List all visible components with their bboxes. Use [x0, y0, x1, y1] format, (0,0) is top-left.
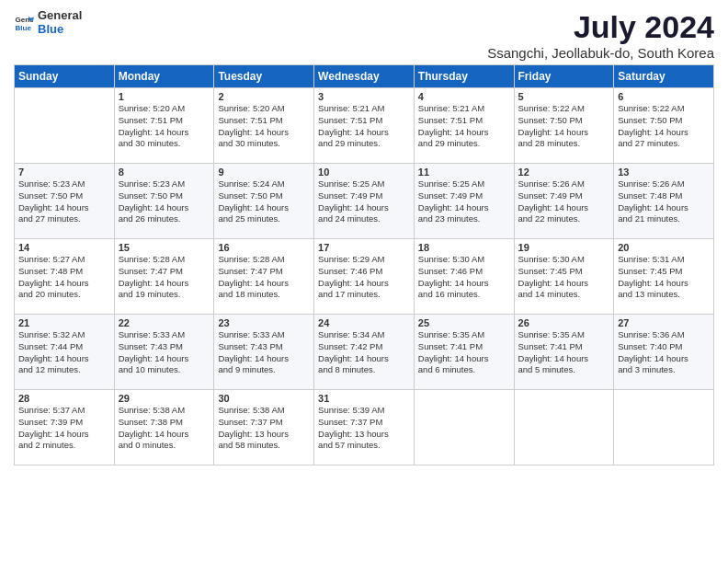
cell-info: Sunrise: 5:33 AM Sunset: 7:43 PM Dayligh… [218, 329, 310, 376]
cell-info: Sunrise: 5:21 AM Sunset: 7:51 PM Dayligh… [318, 103, 410, 150]
cell-info: Sunrise: 5:33 AM Sunset: 7:43 PM Dayligh… [119, 329, 210, 376]
day-number: 23 [218, 317, 310, 328]
calendar-cell: 5Sunrise: 5:22 AM Sunset: 7:50 PM Daylig… [514, 88, 614, 164]
calendar-week-row: 7Sunrise: 5:23 AM Sunset: 7:50 PM Daylig… [15, 164, 714, 239]
cell-info: Sunrise: 5:22 AM Sunset: 7:50 PM Dayligh… [518, 103, 610, 150]
calendar-cell: 3Sunrise: 5:21 AM Sunset: 7:51 PM Daylig… [314, 88, 415, 164]
calendar-cell [414, 390, 514, 465]
day-number: 10 [318, 167, 410, 178]
calendar-cell: 23Sunrise: 5:33 AM Sunset: 7:43 PM Dayli… [214, 315, 314, 390]
day-number: 9 [218, 167, 310, 178]
calendar-cell: 24Sunrise: 5:34 AM Sunset: 7:42 PM Dayli… [314, 315, 415, 390]
cell-info: Sunrise: 5:38 AM Sunset: 7:38 PM Dayligh… [119, 405, 210, 452]
cell-info: Sunrise: 5:29 AM Sunset: 7:46 PM Dayligh… [318, 254, 410, 301]
logo-icon: General Blue [14, 13, 34, 33]
page-title: July 2024 [487, 9, 714, 45]
calendar-cell: 20Sunrise: 5:31 AM Sunset: 7:45 PM Dayli… [614, 239, 714, 315]
day-number: 6 [618, 91, 710, 102]
day-number: 7 [18, 167, 110, 178]
cell-info: Sunrise: 5:25 AM Sunset: 7:49 PM Dayligh… [418, 178, 510, 225]
calendar-cell: 25Sunrise: 5:35 AM Sunset: 7:41 PM Dayli… [414, 315, 514, 390]
calendar-cell: 28Sunrise: 5:37 AM Sunset: 7:39 PM Dayli… [15, 390, 115, 465]
calendar-table: SundayMondayTuesdayWednesdayThursdayFrid… [14, 64, 714, 465]
calendar-cell: 13Sunrise: 5:26 AM Sunset: 7:48 PM Dayli… [614, 164, 714, 239]
calendar-day-header: Saturday [614, 65, 714, 88]
calendar-cell: 26Sunrise: 5:35 AM Sunset: 7:41 PM Dayli… [514, 315, 614, 390]
calendar-cell: 8Sunrise: 5:23 AM Sunset: 7:50 PM Daylig… [114, 164, 214, 239]
calendar-cell: 2Sunrise: 5:20 AM Sunset: 7:51 PM Daylig… [214, 88, 314, 164]
cell-info: Sunrise: 5:35 AM Sunset: 7:41 PM Dayligh… [418, 329, 510, 376]
calendar-cell [15, 88, 115, 164]
calendar-cell: 17Sunrise: 5:29 AM Sunset: 7:46 PM Dayli… [314, 239, 415, 315]
calendar-cell: 11Sunrise: 5:25 AM Sunset: 7:49 PM Dayli… [414, 164, 514, 239]
cell-info: Sunrise: 5:36 AM Sunset: 7:40 PM Dayligh… [618, 329, 710, 376]
day-number: 25 [418, 317, 510, 328]
day-number: 31 [318, 393, 410, 404]
page-container: General Blue General Blue July 2024 Ssan… [0, 0, 728, 470]
day-number: 29 [119, 393, 210, 404]
calendar-week-row: 1Sunrise: 5:20 AM Sunset: 7:51 PM Daylig… [15, 88, 714, 164]
cell-info: Sunrise: 5:23 AM Sunset: 7:50 PM Dayligh… [18, 178, 110, 225]
page-subtitle: Ssangchi, Jeollabuk-do, South Korea [487, 45, 714, 61]
cell-info: Sunrise: 5:24 AM Sunset: 7:50 PM Dayligh… [218, 178, 310, 225]
day-number: 20 [618, 242, 710, 253]
day-number: 26 [518, 317, 610, 328]
calendar-cell: 22Sunrise: 5:33 AM Sunset: 7:43 PM Dayli… [114, 315, 214, 390]
calendar-cell: 18Sunrise: 5:30 AM Sunset: 7:46 PM Dayli… [414, 239, 514, 315]
cell-info: Sunrise: 5:27 AM Sunset: 7:48 PM Dayligh… [18, 254, 110, 301]
day-number: 27 [618, 317, 710, 328]
day-number: 1 [119, 91, 210, 102]
day-number: 21 [18, 317, 110, 328]
calendar-cell: 9Sunrise: 5:24 AM Sunset: 7:50 PM Daylig… [214, 164, 314, 239]
cell-info: Sunrise: 5:34 AM Sunset: 7:42 PM Dayligh… [318, 329, 410, 376]
calendar-header-row: SundayMondayTuesdayWednesdayThursdayFrid… [15, 65, 714, 88]
calendar-day-header: Wednesday [314, 65, 415, 88]
calendar-cell: 29Sunrise: 5:38 AM Sunset: 7:38 PM Dayli… [114, 390, 214, 465]
calendar-cell: 1Sunrise: 5:20 AM Sunset: 7:51 PM Daylig… [114, 88, 214, 164]
calendar-cell: 14Sunrise: 5:27 AM Sunset: 7:48 PM Dayli… [15, 239, 115, 315]
day-number: 30 [218, 393, 310, 404]
cell-info: Sunrise: 5:28 AM Sunset: 7:47 PM Dayligh… [119, 254, 210, 301]
cell-info: Sunrise: 5:39 AM Sunset: 7:37 PM Dayligh… [318, 405, 410, 452]
cell-info: Sunrise: 5:21 AM Sunset: 7:51 PM Dayligh… [418, 103, 510, 150]
calendar-cell [514, 390, 614, 465]
day-number: 3 [318, 91, 410, 102]
calendar-cell: 16Sunrise: 5:28 AM Sunset: 7:47 PM Dayli… [214, 239, 314, 315]
cell-info: Sunrise: 5:31 AM Sunset: 7:45 PM Dayligh… [618, 254, 710, 301]
day-number: 24 [318, 317, 410, 328]
calendar-cell: 7Sunrise: 5:23 AM Sunset: 7:50 PM Daylig… [15, 164, 115, 239]
day-number: 11 [418, 167, 510, 178]
day-number: 2 [218, 91, 310, 102]
calendar-cell: 10Sunrise: 5:25 AM Sunset: 7:49 PM Dayli… [314, 164, 415, 239]
day-number: 15 [119, 242, 210, 253]
calendar-cell: 31Sunrise: 5:39 AM Sunset: 7:37 PM Dayli… [314, 390, 415, 465]
day-number: 17 [318, 242, 410, 253]
day-number: 16 [218, 242, 310, 253]
cell-info: Sunrise: 5:23 AM Sunset: 7:50 PM Dayligh… [119, 178, 210, 225]
cell-info: Sunrise: 5:25 AM Sunset: 7:49 PM Dayligh… [318, 178, 410, 225]
day-number: 22 [119, 317, 210, 328]
calendar-day-header: Monday [114, 65, 214, 88]
logo-wordmark: General Blue [38, 9, 82, 37]
cell-info: Sunrise: 5:35 AM Sunset: 7:41 PM Dayligh… [518, 329, 610, 376]
calendar-cell: 30Sunrise: 5:38 AM Sunset: 7:37 PM Dayli… [214, 390, 314, 465]
calendar-day-header: Thursday [414, 65, 514, 88]
day-number: 8 [119, 167, 210, 178]
day-number: 19 [518, 242, 610, 253]
cell-info: Sunrise: 5:20 AM Sunset: 7:51 PM Dayligh… [218, 103, 310, 150]
header: General Blue General Blue July 2024 Ssan… [14, 9, 714, 61]
day-number: 12 [518, 167, 610, 178]
day-number: 13 [618, 167, 710, 178]
logo: General Blue General Blue [14, 9, 82, 37]
calendar-cell: 21Sunrise: 5:32 AM Sunset: 7:44 PM Dayli… [15, 315, 115, 390]
cell-info: Sunrise: 5:22 AM Sunset: 7:50 PM Dayligh… [618, 103, 710, 150]
logo-blue: Blue [38, 23, 82, 37]
day-number: 14 [18, 242, 110, 253]
cell-info: Sunrise: 5:20 AM Sunset: 7:51 PM Dayligh… [119, 103, 210, 150]
calendar-week-row: 21Sunrise: 5:32 AM Sunset: 7:44 PM Dayli… [15, 315, 714, 390]
day-number: 28 [18, 393, 110, 404]
calendar-day-header: Sunday [15, 65, 115, 88]
cell-info: Sunrise: 5:30 AM Sunset: 7:45 PM Dayligh… [518, 254, 610, 301]
calendar-day-header: Tuesday [214, 65, 314, 88]
cell-info: Sunrise: 5:28 AM Sunset: 7:47 PM Dayligh… [218, 254, 310, 301]
